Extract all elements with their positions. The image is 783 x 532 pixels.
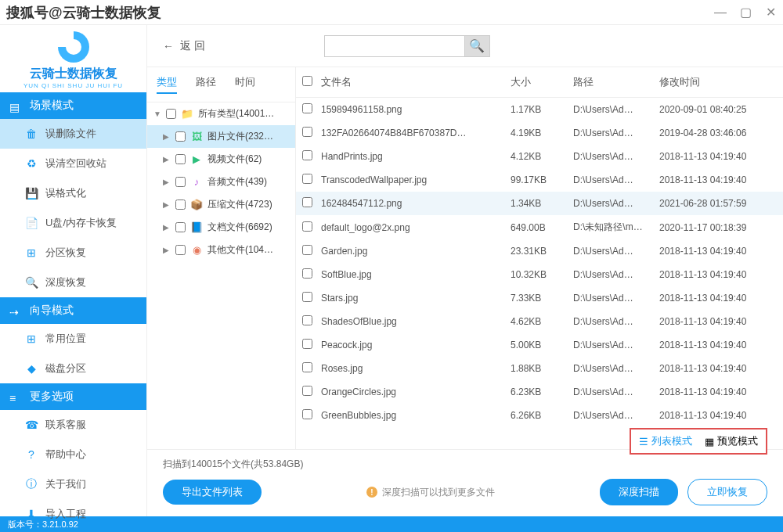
nav-item-icon: 💾 [25,187,38,200]
tree-checkbox[interactable] [175,222,186,232]
col-time-header[interactable]: 修改时间 [659,75,777,89]
file-checkbox[interactable] [302,362,312,372]
toolbar: ← 返 回 🔍 [147,25,783,67]
file-time: 2018-11-13 04:19:40 [659,246,777,257]
tree-checkbox[interactable] [175,245,186,255]
file-checkbox[interactable] [302,268,312,279]
expand-arrow-icon[interactable]: ▶ [163,132,171,141]
tree-checkbox[interactable] [175,177,186,187]
hint-text: 深度扫描可以找到更多文件 [382,486,495,499]
file-checkbox[interactable] [302,339,312,349]
tree-item[interactable]: ▶ 📘 文档文件(6692) [147,216,295,239]
tree-checkbox[interactable] [175,131,186,142]
tab-type[interactable]: 类型 [157,75,177,94]
sidebar-item[interactable]: ⓘ关于我们 [0,469,146,499]
sidebar-item[interactable]: 🗑误删除文件 [0,119,146,149]
file-row[interactable]: 132FA02664074B84BF670387D… 4.19KB D:\Use… [296,121,783,145]
close-button[interactable]: ✕ [764,6,777,19]
expand-arrow-icon[interactable]: ▶ [163,178,171,186]
file-checkbox[interactable] [302,386,312,396]
col-path-header[interactable]: 路径 [573,75,659,89]
file-row[interactable]: Roses.jpg 1.88KB D:\Users\Ad… 2018-11-13… [296,357,783,380]
watermark-text: 搜狐号@云骑士数据恢复 [6,3,161,22]
sidebar-item[interactable]: ♻误清空回收站 [0,149,146,178]
file-checkbox[interactable] [302,245,312,255]
search-input[interactable] [324,35,465,57]
tree-item[interactable]: ▶ ◉ 其他文件(104… [147,239,295,261]
expand-arrow-icon[interactable]: ▼ [153,110,161,118]
deep-scan-button[interactable]: 深度扫描 [600,479,678,505]
sidebar-item[interactable]: 🔍深度恢复 [0,268,146,297]
tree-checkbox[interactable] [166,109,176,119]
tree-checkbox[interactable] [175,154,186,164]
sidebar-item[interactable]: ⊞常用位置 [0,324,146,354]
file-checkbox[interactable] [302,409,312,419]
more-options-icon: ≡ [9,392,23,401]
file-name: OrangeCircles.jpg [321,386,511,397]
file-size: 6.26KB [511,410,573,421]
file-row[interactable]: TranscodedWallpaper.jpg 99.17KB D:\Users… [296,168,783,192]
nav-item-icon: 🗑 [25,128,38,140]
tree-item[interactable]: ▶ ▶ 视频文件(62) [147,148,295,171]
sidebar-item[interactable]: ☎联系客服 [0,410,146,440]
col-name-header[interactable]: 文件名 [321,75,511,89]
preview-mode-button[interactable]: ▦ 预览模式 [705,434,758,448]
minimize-button[interactable]: — [714,6,727,19]
file-row[interactable]: HandPrints.jpg 4.12KB D:\Users\Ad… 2018-… [296,145,783,168]
file-checkbox[interactable] [302,197,312,207]
sidebar-item[interactable]: ?帮助中心 [0,440,146,469]
file-path: D:\Users\Ad… [573,174,659,185]
sidebar-item[interactable]: ◆磁盘分区 [0,354,146,383]
file-row[interactable]: GreenBubbles.jpg 6.26KB D:\Users\Ad… 201… [296,404,783,427]
file-row[interactable]: OrangeCircles.jpg 6.23KB D:\Users\Ad… 20… [296,380,783,404]
back-button[interactable]: ← 返 回 [163,39,205,53]
file-name: 159894961158.png [321,104,511,115]
file-row[interactable]: 159894961158.png 1.17KB D:\Users\Ad… 202… [296,98,783,121]
tree-checkbox[interactable] [175,200,186,210]
file-path: D:\Users\Ad… [573,128,659,138]
select-all-checkbox[interactable] [302,76,312,86]
file-row[interactable]: ShadesOfBlue.jpg 4.62KB D:\Users\Ad… 201… [296,310,783,333]
file-row[interactable]: Peacock.jpg 5.00KB D:\Users\Ad… 2018-11-… [296,333,783,357]
file-time: 2018-11-13 04:19:40 [659,340,777,350]
file-row[interactable]: default_logo@2x.png 649.00B D:\未知路径\m… 2… [296,215,783,239]
file-time: 2018-11-13 04:19:40 [659,293,777,304]
export-list-button[interactable]: 导出文件列表 [163,480,262,505]
file-checkbox[interactable] [302,127,312,137]
file-checkbox[interactable] [302,221,312,232]
file-row[interactable]: Stars.jpg 7.33KB D:\Users\Ad… 2018-11-13… [296,286,783,310]
tab-time[interactable]: 时间 [235,75,255,94]
file-checkbox[interactable] [302,315,312,325]
file-name: SoftBlue.jpg [321,269,511,280]
expand-arrow-icon[interactable]: ▶ [163,223,171,232]
tree-item[interactable]: ▶ 📦 压缩文件(4723) [147,193,295,216]
col-size-header[interactable]: 大小 [511,75,573,89]
expand-arrow-icon[interactable]: ▶ [163,200,171,209]
file-row[interactable]: 162484547112.png 1.34KB D:\Users\Ad… 202… [296,192,783,215]
search-button[interactable]: 🔍 [465,35,490,57]
tree-item[interactable]: ▶ ♪ 音频文件(439) [147,171,295,193]
tree-item[interactable]: ▶ 🖼 图片文件(232… [147,125,295,148]
file-checkbox[interactable] [302,103,312,113]
tree-panel: 类型 路径 时间 ▼ 📁 所有类型(14001…▶ 🖼 图片文件(232…▶ ▶… [147,67,296,449]
sidebar-item[interactable]: ⊞分区恢复 [0,238,146,268]
recover-button[interactable]: 立即恢复 [687,479,767,505]
sidebar-item[interactable]: 💾误格式化 [0,178,146,208]
sidebar-item[interactable]: 📄U盘/内存卡恢复 [0,208,146,238]
file-row[interactable]: SoftBlue.jpg 10.32KB D:\Users\Ad… 2018-1… [296,263,783,286]
list-mode-button[interactable]: ☰ 列表模式 [639,434,692,448]
tree-item[interactable]: ▼ 📁 所有类型(14001… [147,102,295,125]
logo-subtitle: YUN QI SHI SHU JU HUI FU [0,82,146,89]
nav-item-label: 联系客服 [45,418,86,432]
tree-label: 文档文件(6692) [207,221,289,234]
expand-arrow-icon[interactable]: ▶ [163,246,171,254]
file-checkbox[interactable] [302,174,312,184]
file-checkbox[interactable] [302,292,312,302]
file-header: 文件名 大小 路径 修改时间 [296,67,783,98]
tab-path[interactable]: 路径 [196,75,216,94]
expand-arrow-icon[interactable]: ▶ [163,155,171,164]
maximize-button[interactable]: ▢ [739,6,752,19]
file-checkbox[interactable] [302,150,312,160]
file-row[interactable]: Garden.jpg 23.31KB D:\Users\Ad… 2018-11-… [296,239,783,263]
file-name: Roses.jpg [321,363,511,374]
